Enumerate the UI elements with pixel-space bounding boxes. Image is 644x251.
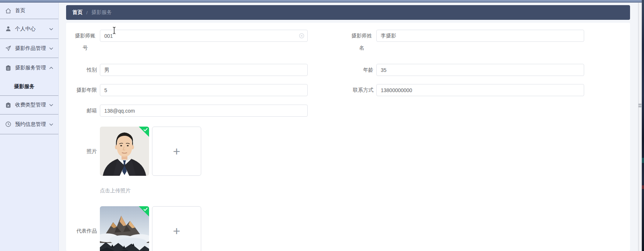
field-photography-years: 摄影年限 [73, 84, 308, 96]
contact-input[interactable] [376, 84, 584, 96]
photographer-account-input[interactable] [100, 30, 308, 42]
window-top-strip [0, 0, 644, 3]
background-window-edge [642, 0, 644, 251]
home-icon [5, 8, 11, 14]
clock-icon [5, 121, 11, 127]
gender-label: 性别 [73, 64, 97, 76]
field-contact: 联系方式 [350, 84, 584, 96]
sidebar-item-label: 预约信息管理 [15, 121, 46, 128]
user-icon [5, 26, 11, 32]
send-icon [5, 45, 11, 51]
chevron-down-icon [49, 104, 53, 106]
photo-thumbnail[interactable] [100, 127, 149, 176]
works-thumbnail[interactable] [100, 206, 149, 251]
page-scrollbar-track[interactable] [638, 3, 642, 251]
sidebar-item-label: 个人中心 [15, 26, 36, 32]
breadcrumb-current: 摄影服务 [91, 9, 112, 16]
breadcrumb-home-link[interactable]: 首页 [72, 9, 83, 16]
field-photographer-name: 摄影师姓名 [350, 30, 584, 54]
sidebar-item-fee-type-management[interactable]: 收费类型管理 [0, 96, 58, 114]
representative-works-label: 代表作品 [73, 228, 97, 233]
age-label: 年龄 [350, 64, 373, 76]
chevron-down-icon [49, 47, 53, 50]
breadcrumb-separator: / [86, 10, 88, 15]
photographer-name-label: 摄影师姓名 [350, 30, 373, 54]
app-root: 首页 个人中心 摄影作品管理 摄影服务管理 摄影服务 收费类型管理 [0, 0, 644, 251]
sidebar: 首页 个人中心 摄影作品管理 摄影服务管理 摄影服务 收费类型管理 [0, 3, 59, 251]
photographer-account-label: 摄影师账号 [73, 30, 97, 54]
breadcrumb: 首页 / 摄影服务 [66, 5, 630, 20]
sidebar-subitem-photography-service[interactable]: 摄影服务 [0, 78, 58, 95]
sidebar-subitem-label: 摄影服务 [14, 83, 35, 90]
receipt-icon [5, 102, 11, 108]
works-upload-button[interactable]: + [152, 206, 201, 251]
sidebar-item-reservation-management[interactable]: 预约信息管理 [0, 114, 58, 134]
sidebar-item-service-management[interactable]: 摄影服务管理 [0, 58, 58, 78]
contact-label: 联系方式 [350, 84, 373, 96]
email-label: 邮箱 [73, 105, 97, 117]
photography-years-input[interactable] [100, 84, 308, 96]
photo-label: 照片 [73, 149, 97, 154]
field-photo: 照片 [73, 127, 201, 176]
chevron-down-icon [49, 123, 53, 126]
sidebar-item-home[interactable]: 首页 [0, 3, 58, 19]
sidebar-item-label: 摄影服务管理 [15, 65, 46, 71]
sidebar-item-label: 摄影作品管理 [15, 45, 46, 52]
photo-upload-button[interactable]: + [152, 127, 201, 176]
form-row-3: 摄影年限 联系方式 [73, 84, 584, 96]
field-gender: 性别 [73, 64, 308, 76]
chevron-up-icon [49, 67, 53, 69]
chevron-down-icon [49, 28, 53, 30]
sidebar-item-label: 收费类型管理 [15, 102, 46, 108]
photography-years-label: 摄影年限 [73, 84, 97, 96]
plus-icon: + [173, 145, 180, 157]
check-icon [143, 207, 148, 211]
field-representative-works: 代表作品 [73, 206, 201, 251]
gender-input[interactable] [100, 64, 308, 76]
field-age: 年龄 [350, 64, 584, 76]
sidebar-item-personal-center[interactable]: 个人中心 [0, 19, 58, 39]
sidebar-item-label: 首页 [15, 7, 25, 14]
form-row-4: 邮箱 [73, 105, 308, 117]
detail-form-card: 摄影师账号 摄影师姓名 性别 年龄 [66, 23, 630, 251]
scrollbar-grip-icon[interactable] [638, 104, 641, 108]
upload-hint-text: 点击上传照片 [100, 188, 131, 194]
sidebar-item-works-management[interactable]: 摄影作品管理 [0, 39, 58, 58]
clear-input-icon[interactable] [299, 33, 304, 39]
form-row-2: 性别 年龄 [73, 64, 584, 76]
field-photographer-account: 摄影师账号 [73, 30, 308, 54]
sidebar-group-service-management: 摄影服务管理 摄影服务 [0, 58, 58, 96]
age-input[interactable] [376, 64, 584, 76]
clipboard-icon [5, 65, 11, 71]
photographer-name-input[interactable] [376, 30, 584, 42]
plus-icon: + [173, 225, 180, 237]
check-icon [143, 128, 148, 131]
field-email: 邮箱 [73, 105, 308, 117]
email-input[interactable] [100, 105, 308, 117]
form-row-1: 摄影师账号 摄影师姓名 [73, 30, 584, 54]
